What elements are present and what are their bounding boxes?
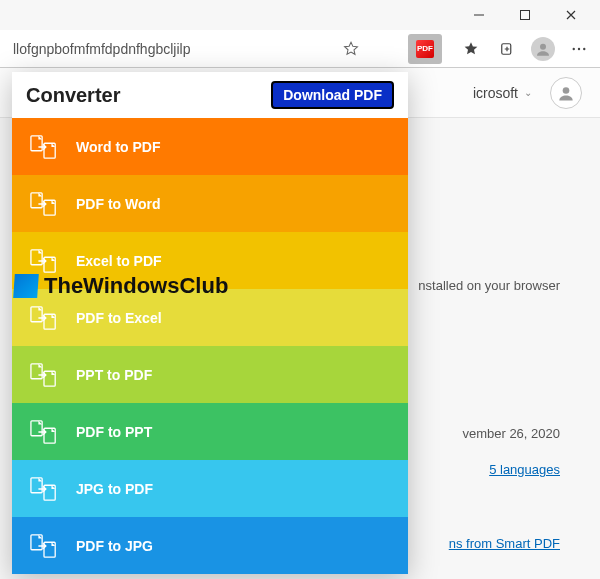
popup-header: Converter Download PDF [12, 72, 408, 118]
profile-avatar-icon[interactable] [526, 34, 560, 64]
minimize-button[interactable] [456, 0, 502, 30]
conversion-item-label: Excel to PDF [76, 253, 162, 269]
conversion-item-label: PDF to Excel [76, 310, 162, 326]
file-convert-icon [30, 361, 58, 389]
svg-point-6 [583, 47, 585, 49]
download-pdf-button[interactable]: Download PDF [271, 81, 394, 109]
svg-point-5 [578, 47, 580, 49]
file-convert-icon [30, 532, 58, 560]
watermark-logo-icon [13, 274, 39, 298]
conversion-item[interactable]: PPT to PDF [12, 346, 408, 403]
window-title-bar [0, 0, 600, 30]
installed-hint: nstalled on your browser [418, 278, 560, 293]
chevron-down-icon: ⌄ [524, 87, 532, 98]
file-convert-icon [30, 190, 58, 218]
conversion-list: Word to PDFPDF to WordExcel to PDFPDF to… [12, 118, 408, 574]
conversion-item[interactable]: PDF to Word [12, 175, 408, 232]
conversion-item-label: PDF to JPG [76, 538, 153, 554]
favorites-star-icon[interactable] [454, 34, 488, 64]
conversion-item-label: PDF to Word [76, 196, 161, 212]
svg-rect-1 [521, 11, 530, 20]
file-convert-icon [30, 304, 58, 332]
browser-toolbar: llofgnpbofmfmfdpdnfhgbcljilp PDF [0, 30, 600, 68]
conversion-item-label: Word to PDF [76, 139, 161, 155]
conversion-item-label: PDF to PPT [76, 424, 152, 440]
file-convert-icon [30, 133, 58, 161]
page-avatar-icon[interactable] [550, 77, 582, 109]
conversion-item[interactable]: PDF to JPG [12, 517, 408, 574]
collections-icon[interactable] [490, 34, 524, 64]
svg-rect-0 [474, 15, 484, 16]
languages-link[interactable]: 5 languages [489, 462, 560, 477]
close-button[interactable] [548, 0, 594, 30]
conversion-item[interactable]: JPG to PDF [12, 460, 408, 517]
conversion-item-label: PPT to PDF [76, 367, 152, 383]
conversion-item[interactable]: Word to PDF [12, 118, 408, 175]
popup-title: Converter [26, 84, 120, 107]
conversion-item[interactable]: PDF to PPT [12, 403, 408, 460]
svg-point-7 [563, 87, 570, 94]
address-bar[interactable]: llofgnpbofmfmfdpdnfhgbcljilp [4, 36, 334, 62]
microsoft-label[interactable]: icrosoft ⌄ [473, 85, 532, 101]
extensions-link[interactable]: ns from Smart PDF [449, 536, 560, 551]
converter-popup: Converter Download PDF Word to PDFPDF to… [12, 72, 408, 574]
star-outline-icon[interactable] [334, 34, 368, 64]
svg-point-3 [540, 43, 546, 49]
extension-pdf-icon[interactable]: PDF [408, 34, 442, 64]
maximize-button[interactable] [502, 0, 548, 30]
watermark: TheWindowsClub [14, 273, 228, 299]
update-date: vember 26, 2020 [462, 426, 560, 441]
more-menu-icon[interactable] [562, 34, 596, 64]
svg-point-4 [573, 47, 575, 49]
file-convert-icon [30, 418, 58, 446]
file-convert-icon [30, 475, 58, 503]
conversion-item-label: JPG to PDF [76, 481, 153, 497]
file-convert-icon [30, 247, 58, 275]
